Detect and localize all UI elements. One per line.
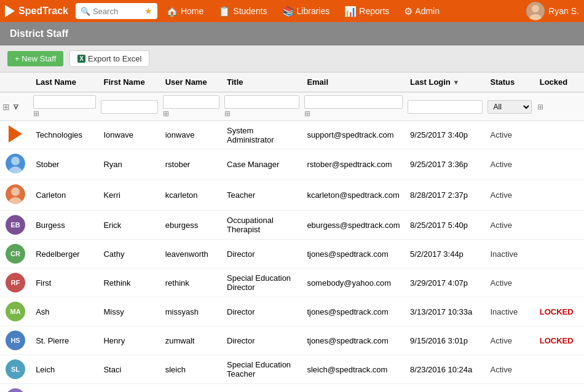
- avatar-cell: [0, 180, 31, 211]
- cell-title: Director: [222, 297, 302, 326]
- col-header-email[interactable]: Email: [302, 73, 405, 92]
- filter-username-input[interactable]: [163, 95, 219, 109]
- cell-lastlogin: 8/23/2016 10:24a: [405, 355, 485, 384]
- nav-students-label: Students: [233, 6, 267, 16]
- col-header-locked[interactable]: Locked: [535, 73, 584, 92]
- export-excel-button[interactable]: X Export to Excel: [69, 50, 149, 67]
- status-filter-select[interactable]: All Active Inactive: [487, 100, 532, 114]
- nav-home[interactable]: 🏠 Home: [160, 3, 210, 20]
- table-row[interactable]: TUUserTemporarymmcmurraySpecial...rstobe…: [0, 384, 584, 393]
- col-header-avatar: [0, 73, 31, 92]
- cell-email: sleich@spedtrack.com: [302, 355, 405, 384]
- cell-title: Director: [222, 326, 302, 355]
- cell-lastlogin: 9/25/2017 3:40p: [405, 121, 485, 149]
- table-body: TechnologiesIonwaveionwaveSystem Adminis…: [0, 121, 584, 393]
- cell-locked: LOCKED: [535, 326, 584, 355]
- reports-icon: 📊: [344, 6, 357, 17]
- cell-email: kcarleton@spedtrack.com: [302, 180, 405, 211]
- staff-table-container: Last Name First Name User Name Title Ema…: [0, 73, 584, 392]
- table-row[interactable]: EBBurgessErickeburgessOccupational Thera…: [0, 211, 584, 240]
- col-header-username[interactable]: User Name: [160, 73, 222, 92]
- svg-point-1: [532, 5, 539, 12]
- filter-firstname-input[interactable]: [101, 100, 157, 114]
- filter-email-cell[interactable]: ⊞: [302, 92, 405, 121]
- avatar: TU: [6, 388, 25, 392]
- cell-status: Active: [485, 121, 534, 149]
- nav-admin-label: Admin: [415, 6, 440, 16]
- filter-avatar-cell: ⊞ ⛛: [0, 92, 31, 121]
- cell-title: Special Education Director: [222, 269, 302, 297]
- cell-lastname: St. Pierre: [31, 326, 98, 355]
- avatar-cell: RF: [0, 269, 31, 297]
- new-staff-button[interactable]: + New Staff: [7, 51, 63, 66]
- cell-email: tjones@spedtrack.com: [302, 297, 405, 326]
- nav-students[interactable]: 📋 Students: [212, 3, 273, 20]
- user-avatar: [526, 2, 545, 20]
- filter-title-cell[interactable]: ⊞: [222, 92, 302, 121]
- cell-lastlogin: 8/15/2016 2:28p: [405, 384, 485, 393]
- cell-title: Special...: [222, 384, 302, 393]
- filter-lastlogin-input[interactable]: [408, 100, 483, 114]
- filter-status-cell[interactable]: All Active Inactive: [485, 92, 534, 121]
- cell-firstname: Ionwave: [98, 121, 160, 149]
- table-row[interactable]: TechnologiesIonwaveionwaveSystem Adminis…: [0, 121, 584, 149]
- page-title: District Staff: [10, 28, 68, 39]
- search-bar[interactable]: 🔍 ★: [76, 3, 157, 19]
- svg-point-4: [11, 157, 20, 165]
- filter-firstname-cell[interactable]: [98, 92, 160, 121]
- search-icon: 🔍: [81, 7, 90, 16]
- table-header-row: Last Name First Name User Name Title Ema…: [0, 73, 584, 92]
- cell-lastname: User: [31, 384, 98, 393]
- cell-status: Inactive: [485, 297, 534, 326]
- table-row[interactable]: HSSt. PierreHenryzumwaltDirectortjones@s…: [0, 326, 584, 355]
- cell-locked: [535, 269, 584, 297]
- cell-status: Active: [485, 180, 534, 211]
- cell-lastname: Ash: [31, 297, 98, 326]
- cell-locked: [535, 180, 584, 211]
- cell-title: Teacher: [222, 180, 302, 211]
- star-icon: ★: [144, 6, 152, 16]
- filter-email-input[interactable]: [304, 95, 403, 109]
- table-row[interactable]: RFFirstRethinkrethinkSpecial Education D…: [0, 269, 584, 297]
- user-name: Ryan S.: [548, 6, 579, 16]
- cell-firstname: Henry: [98, 326, 160, 355]
- table-row[interactable]: CarletonKerrikcarletonTeacherkcarleton@s…: [0, 180, 584, 211]
- table-row[interactable]: MAAshMissymissyashDirectortjones@spedtra…: [0, 297, 584, 326]
- cell-firstname: Ryan: [98, 149, 160, 180]
- col-header-firstname[interactable]: First Name: [98, 73, 160, 92]
- cell-locked: [535, 384, 584, 393]
- cell-username: sleich: [160, 355, 222, 384]
- filter-locked-cell: ⊞: [535, 92, 584, 121]
- cell-lastlogin: 9/15/2016 3:01p: [405, 326, 485, 355]
- search-input[interactable]: [93, 7, 142, 16]
- filter-username-icon: ⊞: [163, 109, 169, 118]
- cell-locked: LOCKED: [535, 297, 584, 326]
- avatar-cell: MA: [0, 297, 31, 326]
- nav-libraries[interactable]: 📚 Libraries: [276, 3, 336, 20]
- cell-lastname: Redelberger: [31, 240, 98, 269]
- cell-email: tjones@spedtrack.com: [302, 326, 405, 355]
- filter-username-cell[interactable]: ⊞: [160, 92, 222, 121]
- nav-admin[interactable]: ⚙ Admin: [398, 3, 446, 20]
- cell-username: ionwave: [160, 121, 222, 149]
- table-row[interactable]: CRRedelbergerCathyleavenworthDirectortjo…: [0, 240, 584, 269]
- filter-title-input[interactable]: [224, 95, 299, 109]
- col-header-title[interactable]: Title: [222, 73, 302, 92]
- filter-lastname-input[interactable]: [33, 95, 96, 109]
- svg-point-7: [11, 187, 20, 196]
- table-row[interactable]: SLLeichStacisleichSpecial Education Teac…: [0, 355, 584, 384]
- col-header-lastlogin[interactable]: Last Login ▼: [405, 73, 485, 92]
- cell-title: System Administrator: [222, 121, 302, 149]
- filter-lastname-cell[interactable]: ⊞: [31, 92, 98, 121]
- cell-title: Case Manager: [222, 149, 302, 180]
- table-row[interactable]: StoberRyanrstoberCase Managerrstober@spe…: [0, 149, 584, 180]
- logo: SpedTrack: [5, 5, 68, 17]
- cell-lastlogin: 8/25/2017 5:40p: [405, 211, 485, 240]
- col-header-lastname[interactable]: Last Name: [31, 73, 98, 92]
- col-header-status[interactable]: Status: [485, 73, 534, 92]
- nav-reports[interactable]: 📊 Reports: [338, 3, 395, 20]
- cell-username: leavenworth: [160, 240, 222, 269]
- cell-username: missyash: [160, 297, 222, 326]
- cell-lastname: Carleton: [31, 180, 98, 211]
- user-area[interactable]: Ryan S.: [526, 2, 579, 20]
